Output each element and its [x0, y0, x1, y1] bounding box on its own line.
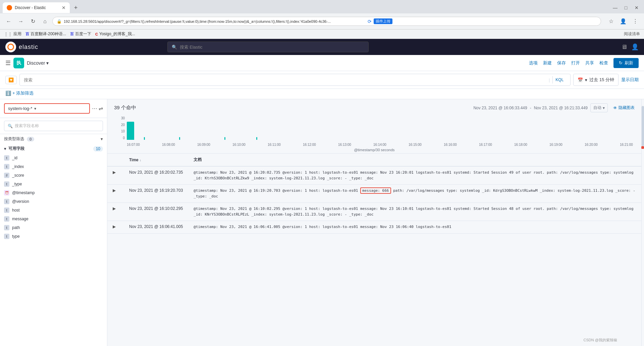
time-picker[interactable]: 📅 ▾ 过去 15 分钟: [573, 74, 619, 86]
security-icon: 🔒: [57, 19, 62, 24]
field-type-badge-t: t: [4, 208, 9, 213]
active-tab[interactable]: Discover - Elastic ✕: [3, 2, 70, 13]
index-pattern-toggle-icon[interactable]: ⇌: [99, 105, 103, 112]
reload-button[interactable]: ↻: [28, 17, 38, 26]
elastic-logo: elastic: [5, 42, 38, 52]
available-fields-header: ▾ 可用字段 10: [0, 144, 107, 154]
refresh-button[interactable]: ↻ 刷新: [613, 58, 639, 68]
document-cell: @timestamp: Nov 23, 2021 @ 16:06:41.005 …: [188, 221, 641, 234]
hamburger-menu[interactable]: ☰: [5, 59, 11, 67]
back-button[interactable]: ←: [4, 17, 13, 26]
filter-type-row[interactable]: 按类型筛选 0 ▾: [0, 134, 107, 144]
query-bar[interactable]: | KQL: [19, 74, 571, 86]
app-icon-button[interactable]: 执: [13, 58, 24, 68]
field-name-index: _index: [12, 164, 24, 169]
field-search-input[interactable]: 🔍 搜索字段名称: [4, 121, 103, 131]
home-button[interactable]: ⌂: [40, 17, 50, 26]
expand-row-button[interactable]: ▶: [113, 170, 116, 175]
y-label-20: 20: [121, 123, 125, 127]
search-icon: 🔍: [172, 45, 177, 50]
time-col-header[interactable]: Time ↓: [124, 154, 188, 166]
field-item-type-field[interactable]: t type: [0, 232, 107, 241]
log-content: @timestamp: Nov 23, 2021 @ 16:10:02.295 …: [194, 207, 633, 217]
close-tab-icon[interactable]: ✕: [62, 5, 66, 10]
chart-header: 39 个命中 Nov 23, 2021 @ 16:06:33.449 - Nov…: [107, 99, 641, 116]
field-item-path[interactable]: t path: [0, 223, 107, 232]
collapse-icon[interactable]: ▾: [4, 146, 6, 151]
add-filter-button[interactable]: ℹ️ + 添加筛选: [5, 90, 34, 96]
app: elastic 🔍 🖥 👤 ☰ 执 Discover ▾ 选项 新建 保存 打开…: [0, 39, 644, 346]
new-button[interactable]: 新建: [543, 60, 552, 66]
index-pattern-box[interactable]: system-log-* ▾: [4, 103, 90, 114]
upload-badge: 插件上传: [374, 18, 392, 24]
csdn-icon: C: [95, 32, 98, 36]
menu-button[interactable]: ⋮: [631, 17, 640, 26]
field-item-score[interactable]: # _score: [0, 171, 107, 180]
bookmark-csdn[interactable]: C Yosigo_的博客_我...: [95, 31, 135, 37]
profile-button[interactable]: 👤: [619, 17, 628, 26]
log-content: @timestamp: Nov 23, 2021 @ 16:06:41.005 …: [194, 225, 451, 229]
field-name-path: path: [12, 225, 20, 230]
scrollbar-thumb[interactable]: [642, 106, 644, 146]
y-label-0: 0: [123, 136, 125, 140]
time-cell: Nov 23, 2021 @ 16:06:41.005: [124, 221, 188, 234]
caret-icon: ▾: [585, 77, 587, 82]
y-label-10: 10: [121, 129, 125, 133]
save-button[interactable]: 保存: [557, 60, 566, 66]
field-item-index[interactable]: t _index: [0, 162, 107, 171]
options-button[interactable]: 选项: [529, 60, 538, 66]
new-tab-button[interactable]: +: [71, 3, 80, 12]
user-icon[interactable]: 👤: [631, 43, 639, 51]
auto-selector[interactable]: 自动 ▾: [590, 103, 608, 112]
field-item-message[interactable]: t message: [0, 215, 107, 223]
info-circle-icon: ℹ️: [5, 91, 11, 96]
global-search-input[interactable]: [180, 45, 364, 50]
discover-nav-item[interactable]: Discover ▾: [27, 60, 49, 66]
bookmark-baidu[interactable]: 百 百度一下: [70, 31, 91, 37]
bookmark-button[interactable]: ☆: [606, 17, 616, 26]
field-item-id[interactable]: t _id: [0, 154, 107, 162]
eye-icon: 👁: [613, 106, 617, 110]
expand-row-button[interactable]: ▶: [113, 224, 116, 229]
bookmark-apps[interactable]: ⋮⋮ 应用: [4, 31, 21, 37]
chart-container: 30 20 10 0: [107, 116, 641, 147]
y-axis: 30 20 10 0: [114, 116, 125, 140]
bookmarks-bar: ⋮⋮ 应用 百 百度翻译-200种语... 百 百度一下 C Yosigo_的博…: [0, 30, 644, 39]
forward-button[interactable]: →: [16, 17, 25, 26]
minimize-button[interactable]: —: [610, 3, 620, 12]
inspect-button[interactable]: 检查: [599, 60, 608, 66]
expand-row-button[interactable]: ▶: [113, 188, 116, 193]
address-bar[interactable]: 🔒 192.168.15.28:5601/app/discover#/?_g=(…: [52, 17, 601, 26]
field-item-host[interactable]: t host: [0, 206, 107, 215]
expand-row-button[interactable]: ▶: [113, 206, 116, 211]
baidu2-icon: 百: [70, 32, 74, 37]
field-item-timestamp[interactable]: ⏰ @timestamp: [0, 188, 107, 197]
close-window-button[interactable]: ✕: [632, 3, 641, 12]
table-row: ▶ Nov 23, 2021 @ 16:20:02.735 @timestamp…: [107, 166, 641, 185]
index-pattern-options-icon[interactable]: ⋯: [92, 105, 97, 112]
maximize-button[interactable]: □: [621, 3, 631, 12]
open-button[interactable]: 打开: [571, 60, 580, 66]
timestamp-label: @timestamp/30 seconds: [107, 148, 641, 153]
share-button[interactable]: 共享: [585, 60, 594, 66]
kql-button[interactable]: KQL: [552, 76, 566, 83]
table-row: ▶ Nov 23, 2021 @ 16:19:20.703 @timestamp…: [107, 185, 641, 203]
filter-toggle[interactable]: 🔽: [5, 76, 17, 84]
show-date-button[interactable]: 显示日期: [621, 77, 639, 83]
query-input[interactable]: [24, 77, 546, 82]
field-item-type[interactable]: t _type: [0, 180, 107, 188]
field-type-badge-t: t: [4, 181, 9, 187]
field-item-version[interactable]: t @version: [0, 197, 107, 206]
baidu-icon: 百: [25, 32, 29, 37]
global-search-bar[interactable]: 🔍: [167, 42, 369, 52]
content-area: 39 个命中 Nov 23, 2021 @ 16:06:33.449 - Nov…: [107, 99, 641, 346]
bookmark-baidu-translate[interactable]: 百 百度翻译-200种语...: [25, 31, 66, 37]
scrollbar[interactable]: [641, 99, 644, 346]
address-text: 192.168.15.28:5601/app/discover#/?_g=(fi…: [64, 19, 366, 23]
reader-mode-btn[interactable]: 阅读清单: [624, 32, 640, 36]
hide-chart-button[interactable]: 👁 隐藏图表: [613, 105, 635, 111]
nav-right-actions: 选项 新建 保存 打开 共享 检查 ↻ 刷新: [529, 58, 639, 68]
monitor-icon[interactable]: 🖥: [621, 44, 627, 51]
table-row: ▶ Nov 23, 2021 @ 16:06:41.005 @timestamp…: [107, 221, 641, 234]
log-content-highlighted: @timestamp: Nov 23, 2021 @ 16:19:20.703 …: [194, 187, 635, 198]
